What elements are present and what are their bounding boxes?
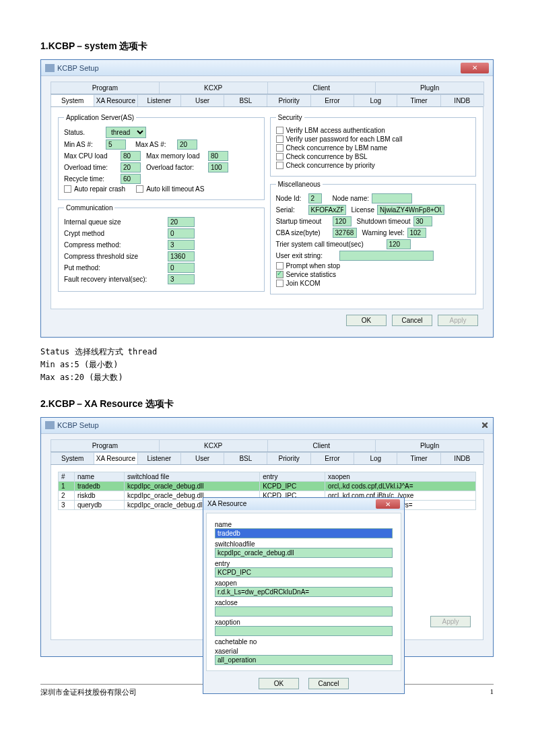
tab-client[interactable]: Client [267, 82, 376, 94]
dlg-xaserial-input[interactable] [215, 655, 393, 665]
sec4-checkbox[interactable] [276, 153, 283, 160]
joinkcom-checkbox[interactable] [276, 280, 283, 287]
tab-timer[interactable]: Timer [397, 452, 440, 464]
recycle-input[interactable] [121, 174, 141, 184]
tab-kcxp[interactable]: KCXP [159, 439, 268, 451]
cpm-label: Compress method: [64, 241, 165, 249]
tab-log[interactable]: Log [354, 94, 397, 106]
table-row[interactable]: 1tradedbkcpdIpc_oracle_debug.dllKCPD_IPC… [59, 481, 476, 491]
tab-user[interactable]: User [180, 452, 224, 464]
autorepair-checkbox[interactable] [64, 185, 71, 193]
close-icon[interactable]: ✕ [461, 63, 489, 73]
dlg-xaopen-input[interactable] [215, 587, 393, 597]
dlg-ok-button[interactable]: OK [259, 678, 299, 689]
communication-group: Communication Internal queue size Crypt … [58, 204, 265, 292]
notes: Status 选择线程方式 thread Min as:5 (最小数) Max … [40, 346, 494, 385]
maxcpu-input[interactable] [121, 151, 141, 161]
status-select[interactable]: thread [106, 127, 146, 138]
dlg-cancel-button[interactable]: Cancel [308, 678, 349, 689]
cm-label: Crypt method [64, 230, 165, 237]
sec1-label: Verify LBM access authentication [286, 127, 385, 134]
apply-button-2[interactable]: Apply [430, 616, 471, 627]
shutdown-input[interactable] [413, 216, 432, 226]
tab-user[interactable]: User [180, 94, 224, 106]
warn-input[interactable] [407, 228, 426, 238]
tab-xa-resource[interactable]: XA Resource [94, 94, 137, 106]
dlg-name-input[interactable] [215, 528, 393, 538]
overtime-input[interactable] [121, 162, 141, 172]
serial-input[interactable] [308, 205, 346, 215]
sec5-checkbox[interactable] [276, 162, 283, 169]
ues-input[interactable] [339, 251, 434, 261]
cpm-input[interactable] [168, 240, 195, 250]
dlg-xaclose-input[interactable] [215, 606, 393, 617]
apply-button[interactable]: Apply [438, 315, 478, 326]
maxcpu-label: Max CPU load [64, 152, 118, 160]
tab-error[interactable]: Error [310, 452, 354, 464]
tab-priority[interactable]: Priority [267, 452, 310, 464]
dlg-switchload-label: switchloadfile [215, 540, 393, 548]
tab-plugin[interactable]: PlugIn [375, 82, 484, 94]
sec1-checkbox[interactable] [276, 127, 283, 134]
nodeid-input[interactable] [308, 193, 322, 203]
autokill-checkbox[interactable] [136, 185, 143, 193]
license-input[interactable] [377, 205, 444, 215]
putm-input[interactable] [168, 263, 195, 273]
cts-input[interactable] [168, 251, 195, 261]
recycle-label: Recycle time: [64, 175, 118, 183]
prompt-checkbox[interactable] [276, 262, 283, 270]
maxmem-input[interactable] [208, 151, 228, 161]
kcbp-setup-window-2: KCBP Setup 🗙 Program KCXP Client PlugIn … [40, 417, 494, 657]
tab-indb[interactable]: INDB [440, 452, 484, 464]
svcstat-checkbox[interactable] [276, 271, 283, 278]
fri-input[interactable] [168, 274, 195, 284]
ok-button[interactable]: OK [346, 315, 387, 326]
tab-system[interactable]: System [51, 452, 94, 464]
close-icon-2[interactable]: 🗙 [481, 421, 489, 429]
sec5-label: Check concurrence by priority [286, 162, 375, 169]
tab-error[interactable]: Error [310, 94, 354, 106]
tab-indb[interactable]: INDB [440, 94, 484, 106]
maxas-input[interactable] [177, 139, 197, 150]
tab-listener[interactable]: Listener [137, 94, 181, 106]
hdr-entry: entry [260, 472, 325, 481]
window-title-2: KCBP Setup [57, 421, 99, 429]
dlg-cachetable-label: cachetable no [215, 638, 393, 645]
dlg-xaoption-input[interactable] [215, 626, 393, 636]
overfac-input[interactable] [208, 162, 228, 172]
footer-pagenum: 1 [490, 687, 494, 697]
tab-kcxp[interactable]: KCXP [159, 82, 268, 94]
iq-input[interactable] [168, 217, 195, 227]
tab-bsl[interactable]: BSL [224, 452, 267, 464]
cba-input[interactable] [333, 228, 357, 238]
cm-input[interactable] [168, 228, 195, 239]
tab-timer[interactable]: Timer [397, 94, 440, 106]
cancel-button[interactable]: Cancel [392, 315, 432, 326]
tab-xa-resource[interactable]: XA Resource [94, 452, 137, 464]
tab-log[interactable]: Log [354, 452, 397, 464]
startup-input[interactable] [333, 216, 352, 226]
tab-system[interactable]: System [51, 94, 94, 106]
tab-priority[interactable]: Priority [267, 94, 310, 106]
sec2-label: Verify user password for each LBM call [286, 135, 403, 143]
tab-listener[interactable]: Listener [137, 452, 181, 464]
hdr-num: # [59, 472, 75, 481]
tab-program[interactable]: Program [51, 439, 160, 451]
dlg-switchload-input[interactable] [215, 548, 393, 558]
tabs-row-2: System XA Resource Listener User BSL Pri… [51, 94, 483, 107]
sec2-checkbox[interactable] [276, 135, 283, 143]
trier-input[interactable] [387, 239, 411, 249]
nodename-input[interactable] [372, 193, 412, 203]
autokill-label: Auto kill timeout AS [146, 185, 204, 193]
dlg-entry-input[interactable] [215, 567, 393, 577]
dialog-titlebar: XA Resource ✕ [203, 498, 404, 510]
dialog-close-icon[interactable]: ✕ [376, 499, 400, 509]
sec3-checkbox[interactable] [276, 144, 283, 152]
tab-client[interactable]: Client [267, 439, 376, 451]
tab-plugin[interactable]: PlugIn [375, 439, 484, 451]
tab-bsl[interactable]: BSL [224, 94, 267, 106]
minas-input[interactable] [106, 139, 126, 150]
license-label: License [352, 206, 374, 214]
tab-program[interactable]: Program [51, 82, 160, 94]
status-label: Status. [64, 129, 103, 136]
